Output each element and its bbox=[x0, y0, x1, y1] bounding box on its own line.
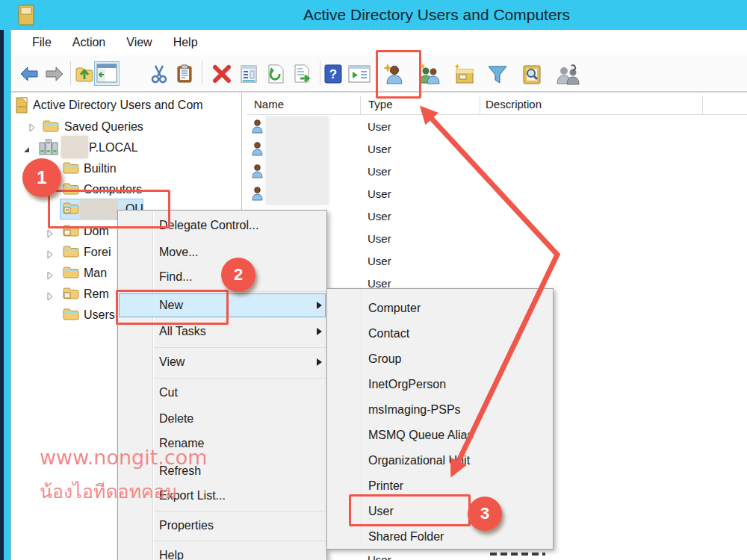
tree-item-managed[interactable]: Man bbox=[84, 267, 107, 280]
cut-icon[interactable] bbox=[149, 64, 169, 84]
menu-file[interactable]: File bbox=[22, 33, 62, 52]
column-header-name[interactable]: Name bbox=[254, 95, 284, 114]
tree-item-users[interactable]: Users bbox=[84, 308, 115, 322]
menu-item-help[interactable]: Help bbox=[159, 546, 309, 560]
menu-separator bbox=[154, 511, 326, 511]
list-row-type-partial: User bbox=[368, 550, 391, 560]
submenu-item-inetorgperson[interactable]: InetOrgPerson bbox=[368, 375, 518, 394]
paste-icon[interactable] bbox=[175, 64, 194, 84]
delete-icon[interactable] bbox=[212, 64, 232, 84]
folder-icon bbox=[63, 245, 79, 261]
toolbar-separator bbox=[202, 61, 202, 85]
user-icon bbox=[252, 187, 263, 204]
menu-item-rename[interactable]: Rename bbox=[159, 434, 309, 453]
expander-icon[interactable] bbox=[46, 290, 54, 304]
aduc-root-icon bbox=[15, 97, 28, 113]
list-row-type[interactable]: User bbox=[368, 161, 391, 183]
column-divider[interactable] bbox=[480, 96, 480, 114]
folder-icon bbox=[63, 161, 79, 177]
menu-help[interactable]: Help bbox=[163, 33, 208, 52]
refresh-icon[interactable] bbox=[266, 64, 285, 84]
menu-view[interactable]: View bbox=[116, 33, 162, 52]
redacted-domain-prefix bbox=[61, 136, 88, 158]
menu-item-export-list[interactable]: Export List... bbox=[159, 486, 309, 505]
list-row-type[interactable]: User bbox=[368, 183, 391, 205]
column-divider[interactable] bbox=[702, 96, 703, 114]
submenu-item-group[interactable]: Group bbox=[368, 349, 518, 369]
menu-item-delegate-control[interactable]: Delegate Control... bbox=[159, 216, 309, 235]
folder-icon bbox=[63, 266, 79, 281]
new-group-icon[interactable] bbox=[418, 63, 441, 85]
expander-icon[interactable] bbox=[46, 249, 54, 262]
find-icon[interactable] bbox=[521, 64, 542, 85]
list-row-type[interactable]: User bbox=[368, 116, 391, 138]
menu-item-properties[interactable]: Properties bbox=[159, 516, 309, 535]
submenu-arrow-icon bbox=[317, 328, 322, 335]
console-tree-toggle-icon[interactable] bbox=[94, 61, 120, 86]
menu-item-view[interactable]: View bbox=[159, 352, 309, 372]
window-inner-border bbox=[10, 30, 11, 560]
window-title: Active Directory Users and Computers bbox=[303, 6, 570, 24]
expander-icon[interactable] bbox=[28, 122, 36, 135]
menu-separator bbox=[154, 347, 326, 348]
app-icon bbox=[18, 4, 34, 25]
annotation-box-ou bbox=[48, 190, 170, 228]
user-icon bbox=[252, 142, 263, 159]
svg-text:?: ? bbox=[329, 67, 337, 81]
forward-icon[interactable] bbox=[45, 64, 64, 84]
tree-item-remote[interactable]: Rem bbox=[84, 287, 109, 301]
menu-item-cut[interactable]: Cut bbox=[159, 383, 309, 402]
aduc-window: Active Directory Users and Computers Fil… bbox=[0, 0, 747, 560]
menu-item-refresh[interactable]: Refresh bbox=[159, 461, 309, 481]
ou-folder-icon bbox=[63, 287, 79, 302]
domain-icon bbox=[39, 138, 58, 159]
submenu-item-msimaging-psps[interactable]: msImaging-PSPs bbox=[368, 400, 518, 420]
menu-item-delete[interactable]: Delete bbox=[159, 409, 309, 429]
annotation-box-new bbox=[116, 290, 229, 325]
expander-icon[interactable] bbox=[46, 228, 54, 241]
annotation-box-user bbox=[349, 494, 471, 526]
submenu-item-msmq-queue-alias[interactable]: MSMQ Queue Alias bbox=[368, 426, 518, 445]
toolbar-separator bbox=[320, 61, 320, 85]
submenu-arrow-icon bbox=[317, 358, 322, 366]
window-left-border bbox=[4, 30, 10, 560]
list-row-type[interactable]: User bbox=[368, 205, 391, 228]
submenu-item-organizational-unit[interactable]: Organizational Unit bbox=[368, 451, 518, 470]
filter-icon[interactable] bbox=[487, 64, 508, 85]
help-icon[interactable]: ? bbox=[324, 64, 342, 84]
export-list-icon[interactable] bbox=[293, 64, 312, 84]
tree-root[interactable]: Active Directory Users and Com bbox=[33, 99, 239, 112]
column-divider[interactable] bbox=[360, 96, 361, 114]
up-level-icon[interactable] bbox=[75, 64, 94, 84]
context-menu: Delegate Control... Move... Find... New … bbox=[117, 210, 327, 560]
tree-item-saved-queries[interactable]: Saved Queries bbox=[64, 120, 143, 134]
user-icon bbox=[252, 119, 263, 137]
menu-separator bbox=[154, 541, 326, 541]
step-badge-2: 2 bbox=[221, 258, 255, 292]
expander-open-icon[interactable] bbox=[22, 143, 31, 157]
new-ou-icon[interactable] bbox=[453, 63, 475, 85]
expander-icon[interactable] bbox=[46, 270, 54, 283]
column-header-description[interactable]: Description bbox=[486, 95, 542, 114]
submenu-item-shared-folder[interactable]: Shared Folder bbox=[368, 527, 518, 547]
submenu-item-contact[interactable]: Contact bbox=[368, 324, 518, 343]
list-row-type[interactable]: User bbox=[368, 228, 391, 250]
list-row-type[interactable]: User bbox=[368, 250, 391, 273]
submenu-item-computer[interactable]: Computer bbox=[368, 299, 518, 318]
user-icon bbox=[252, 164, 263, 181]
tree-item-foreign[interactable]: Forei bbox=[84, 246, 111, 259]
special-permissions-icon[interactable] bbox=[556, 64, 580, 85]
step-badge-3: 3 bbox=[468, 497, 502, 531]
tree-item-builtin[interactable]: Builtin bbox=[84, 162, 117, 175]
properties-list-icon[interactable] bbox=[239, 64, 258, 84]
menu-separator bbox=[154, 378, 326, 379]
submenu-item-printer[interactable]: Printer bbox=[368, 476, 518, 496]
menu-action[interactable]: Action bbox=[62, 33, 116, 52]
show-window-icon[interactable] bbox=[348, 64, 371, 84]
toolbar-separator bbox=[70, 61, 71, 85]
tree-item-domain[interactable]: P.LOCAL bbox=[89, 141, 138, 155]
header-underline bbox=[247, 114, 747, 115]
submenu-arrow-icon bbox=[317, 302, 322, 309]
back-icon[interactable] bbox=[19, 64, 39, 84]
list-row-type[interactable]: User bbox=[368, 138, 391, 161]
